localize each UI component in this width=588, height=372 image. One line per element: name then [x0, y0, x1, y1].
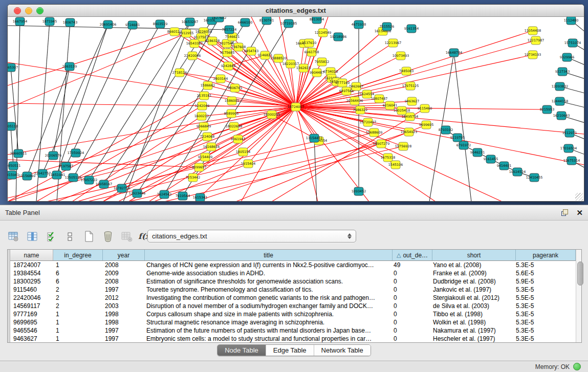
table-cell[interactable]: Structural magnetic resonance image aver…	[143, 318, 390, 326]
table-row[interactable]: 1456911722003Disruption of a novel membe…	[10, 302, 576, 310]
table-row[interactable]: 946362711997Embryonic stem cells: a mode…	[10, 335, 576, 342]
tab-edge-table[interactable]: Edge Table	[266, 345, 314, 356]
graph-node[interactable]: 1665307	[8, 63, 18, 72]
table-cell[interactable]: 1998	[102, 310, 143, 318]
graph-node[interactable]: 12505135	[65, 173, 82, 182]
column-header-title[interactable]: title	[145, 250, 393, 260]
graph-node[interactable]: 15720407	[360, 118, 377, 126]
graph-node[interactable]: 15751074	[564, 39, 581, 47]
graph-node[interactable]: 10688609	[366, 128, 383, 137]
table-row[interactable]: 911546021997Tourette syndrome. Phenomeno…	[10, 286, 576, 294]
graph-node[interactable]: 1806743	[63, 18, 77, 27]
graph-node[interactable]: 1915404	[241, 160, 255, 168]
table-cell[interactable]: 9777169	[10, 310, 53, 318]
graph-node[interactable]: 17016504	[560, 144, 577, 152]
table-cell[interactable]: 1	[53, 261, 102, 269]
graph-node[interactable]: 10958167	[96, 180, 113, 188]
window-titlebar[interactable]: citations_edges.txt	[8, 5, 584, 17]
table-cell[interactable]: 5.3E-5	[513, 326, 572, 335]
table-cell[interactable]: 18300295	[10, 277, 53, 286]
graph-node[interactable]: 9175685	[220, 49, 234, 57]
graph-node[interactable]: 16782759	[114, 184, 130, 192]
table-cell[interactable]: de Silva et al. (2003)	[430, 302, 513, 310]
graph-node[interactable]: 12410455	[526, 173, 543, 182]
table-cell[interactable]: 0	[390, 302, 430, 310]
table-cell[interactable]: 5.3E-5	[513, 261, 572, 269]
window-resize-grip[interactable]	[575, 193, 583, 201]
table-cell[interactable]: 0	[390, 335, 430, 342]
table-cell[interactable]: 1	[53, 335, 102, 342]
graph-node[interactable]: 9699695	[419, 121, 433, 129]
table-cell[interactable]: 49	[390, 261, 430, 269]
table-cell[interactable]: 1997	[102, 286, 143, 294]
network-graph[interactable]: 1872400786601238912955182260589127503165…	[8, 17, 584, 202]
graph-node[interactable]: 17957222	[81, 176, 98, 184]
table-cell[interactable]: 5.9E-5	[513, 277, 572, 286]
table-cell[interactable]: 22420046	[10, 294, 53, 302]
graph-node[interactable]: 4671938	[352, 20, 366, 29]
table-cell[interactable]: Tourette syndrome. Phenomenology and cla…	[143, 286, 390, 294]
table-cell[interactable]: Estimation of the future numbers of pati…	[143, 326, 390, 335]
graph-node[interactable]: 1512971	[562, 129, 577, 137]
column-header-name[interactable]: name	[10, 250, 53, 260]
graph-node[interactable]: 9066849	[197, 122, 211, 130]
graph-node[interactable]: 8903519	[153, 20, 167, 28]
table-cell[interactable]: 2012	[102, 294, 143, 302]
table-cell[interactable]: 1998	[102, 318, 143, 326]
graph-node[interactable]: 19218986	[330, 33, 347, 41]
graph-node[interactable]: 1600212	[194, 112, 209, 120]
graph-node[interactable]: 9904487	[310, 69, 324, 77]
table-cell[interactable]: Nakamura et al. (1997)	[430, 326, 513, 335]
graph-node[interactable]: 17359924	[68, 149, 84, 157]
table-cell[interactable]: 18724007	[10, 261, 53, 269]
table-row[interactable]: 1872400712008Changes of HCN gene express…	[10, 261, 576, 269]
table-cell[interactable]: 5.3E-5	[513, 302, 572, 310]
graph-node[interactable]: 1093452	[352, 187, 366, 195]
table-cell[interactable]: 2008	[102, 261, 143, 269]
table-cell[interactable]: 0	[390, 326, 430, 335]
zoom-window-icon[interactable]	[36, 7, 43, 14]
column-header-pagerank[interactable]: pagerank	[516, 250, 576, 260]
graph-node[interactable]: 2803144	[213, 75, 228, 83]
table-cell[interactable]: Disruption of a novel member of a sodium…	[143, 302, 390, 310]
graph-node[interactable]: 19654923	[401, 128, 418, 136]
graph-node[interactable]: 2718126	[172, 69, 187, 77]
graph-node[interactable]: 15888520	[270, 54, 287, 62]
graph-node[interactable]: 12444158	[552, 97, 569, 105]
table-row[interactable]: 2242004622012Investigating the contribut…	[10, 294, 576, 302]
table-cell[interactable]: Tibbo et al. (1998)	[430, 310, 513, 318]
graph-node[interactable]: 12923446	[129, 189, 146, 198]
graph-node[interactable]: 7955812	[315, 58, 329, 66]
table-cell[interactable]: 0	[390, 318, 430, 326]
merge-rows-icon[interactable]	[64, 230, 76, 243]
table-cell[interactable]: 5.6E-5	[513, 269, 572, 277]
graph-node[interactable]: 19756928	[395, 142, 412, 150]
table-cell[interactable]: 0	[390, 277, 430, 286]
table-row[interactable]: 969969511998Structural magnetic resonanc…	[10, 318, 576, 326]
float-panel-icon[interactable]	[561, 209, 568, 216]
table-cell[interactable]: 9115460	[10, 286, 53, 294]
graph-node[interactable]: 11054408	[525, 27, 541, 35]
graph-node[interactable]: 9414401	[497, 162, 511, 170]
table-cell[interactable]: Changes of HCN gene expression and I(f) …	[143, 261, 390, 269]
table-cell[interactable]: 9465546	[10, 326, 53, 335]
table-cell[interactable]: 5.3E-5	[513, 310, 572, 318]
graph-node[interactable]: 9161354	[404, 25, 419, 33]
graph-node[interactable]: 1112480	[564, 17, 578, 25]
graph-node[interactable]: 10719185	[280, 19, 297, 28]
table-row[interactable]: 946554611997Estimation of the future num…	[10, 326, 576, 335]
table-cell[interactable]: 9463627	[10, 335, 53, 342]
graph-node[interactable]: 10653287	[182, 18, 199, 26]
table-cell[interactable]: 2009	[102, 269, 143, 277]
graph-node[interactable]: 12213967	[385, 39, 402, 47]
table-cell[interactable]: 1997	[102, 326, 143, 335]
graph-node[interactable]: 3915941	[8, 171, 19, 179]
table-cell[interactable]: 9699695	[10, 318, 53, 326]
table-cell[interactable]: 0	[390, 269, 430, 277]
delete-column-icon[interactable]	[102, 230, 114, 243]
graph-node[interactable]: 8454743	[244, 47, 258, 55]
table-cell[interactable]: 14569117	[10, 302, 53, 310]
table-cell[interactable]: 6	[53, 269, 102, 277]
table-cell[interactable]: 19384554	[10, 269, 53, 277]
column-header-year[interactable]: year	[103, 250, 145, 260]
